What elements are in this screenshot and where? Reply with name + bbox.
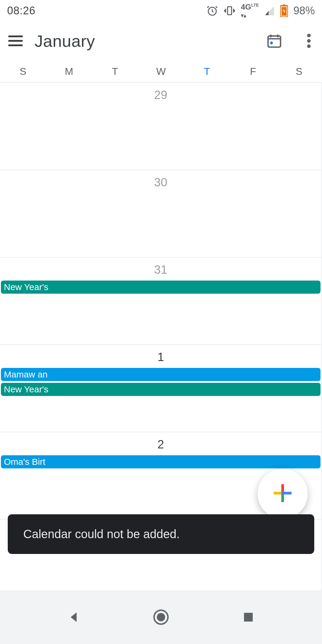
svg-rect-5	[268, 36, 281, 47]
weekday-label: T	[184, 60, 230, 82]
day-cell[interactable]: 1Mamaw anNew Year's	[0, 344, 322, 432]
svg-rect-10	[284, 492, 292, 495]
vibrate-icon	[224, 5, 236, 17]
plus-icon	[272, 482, 293, 505]
weekday-label: F	[230, 60, 276, 82]
network-4g-icon: 4GLTE▾▴	[241, 3, 259, 18]
snackbar: Calendar could not be added.	[8, 514, 314, 554]
day-number: 2	[0, 438, 321, 451]
overflow-menu-button[interactable]	[307, 34, 311, 48]
recents-button[interactable]	[239, 608, 257, 626]
weekday-label: W	[138, 60, 184, 82]
day-number: 29	[0, 88, 321, 102]
battery-percentage: 98%	[293, 4, 315, 17]
day-cell[interactable]: 29	[0, 82, 322, 170]
home-button[interactable]	[152, 608, 170, 626]
back-button[interactable]	[65, 608, 83, 626]
alarm-icon	[206, 5, 218, 17]
svg-rect-11	[281, 492, 284, 495]
weekday-label: S	[276, 60, 322, 82]
svg-rect-1	[227, 7, 231, 15]
weekday-header: SMTWTFS	[0, 60, 322, 82]
svg-rect-14	[244, 613, 253, 621]
status-icons: 4GLTE▾▴ 98%	[206, 3, 315, 18]
status-time: 08:26	[7, 4, 35, 17]
day-cell[interactable]: 31New Year's	[0, 257, 322, 344]
menu-button[interactable]	[8, 35, 23, 46]
system-nav-bar	[0, 590, 322, 644]
signal-icon	[264, 5, 275, 16]
svg-rect-9	[274, 492, 282, 495]
weekday-label: T	[92, 60, 138, 82]
weekday-label: S	[0, 60, 46, 82]
svg-rect-7	[281, 484, 284, 492]
day-number: 30	[0, 176, 321, 189]
calendar-grid[interactable]: 293031New Year's1Mamaw anNew Year's2Oma'…	[0, 82, 322, 644]
svg-point-13	[157, 613, 165, 621]
event-chip[interactable]: Oma's Birt	[1, 455, 321, 468]
event-chip[interactable]: Mamaw an	[1, 368, 321, 381]
status-bar: 08:26 4GLTE▾▴ 98%	[0, 0, 322, 21]
event-chip[interactable]: New Year's	[1, 383, 321, 396]
svg-rect-8	[281, 494, 284, 502]
day-number: 1	[0, 350, 321, 364]
day-number: 31	[0, 263, 321, 276]
app-header: January	[0, 21, 322, 60]
month-dropdown[interactable]: January	[35, 31, 254, 51]
svg-rect-3	[283, 4, 285, 6]
event-chip[interactable]: New Year's	[1, 281, 321, 294]
weekday-label: M	[46, 60, 92, 82]
battery-icon	[280, 4, 288, 17]
today-button[interactable]	[266, 32, 283, 49]
snackbar-message: Calendar could not be added.	[23, 527, 180, 541]
create-event-fab[interactable]	[258, 469, 308, 519]
day-cell[interactable]: 30	[0, 170, 322, 257]
svg-point-6	[270, 41, 273, 44]
